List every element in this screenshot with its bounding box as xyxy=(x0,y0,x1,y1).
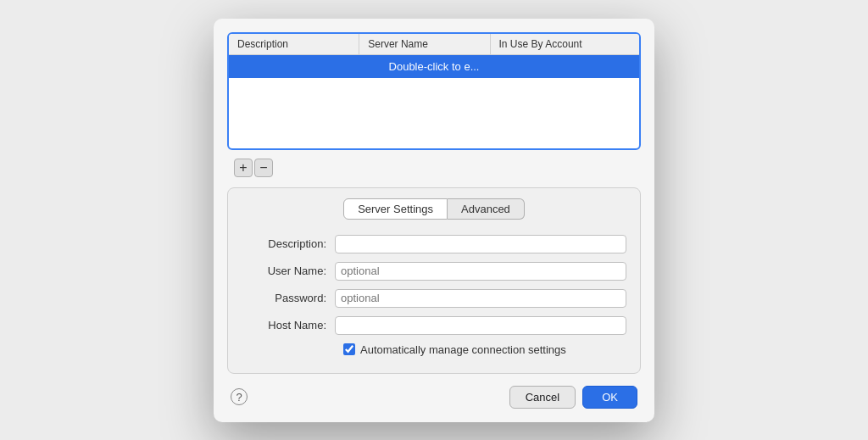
form-row-username: User Name: xyxy=(242,262,626,281)
col-header-server: Server Name xyxy=(359,34,490,54)
dialog: Description Server Name In Use By Accoun… xyxy=(214,19,654,422)
dialog-footer: ? Cancel OK xyxy=(227,386,641,409)
table-body[interactable]: Double-click to e... xyxy=(229,55,639,148)
server-table[interactable]: Description Server Name In Use By Accoun… xyxy=(227,32,641,150)
tab-server-settings[interactable]: Server Settings xyxy=(343,198,448,220)
remove-server-button[interactable]: − xyxy=(254,159,273,177)
help-button[interactable]: ? xyxy=(231,388,248,405)
table-row-selected[interactable]: Double-click to e... xyxy=(229,55,639,78)
toolbar: + − xyxy=(227,159,641,177)
auto-manage-row: Automatically manage connection settings xyxy=(242,343,626,356)
hostname-label: Host Name: xyxy=(242,319,335,331)
password-label: Password: xyxy=(242,292,335,304)
settings-panel: Server Settings Advanced Description: Us… xyxy=(227,187,641,374)
username-input[interactable] xyxy=(335,262,626,281)
table-header: Description Server Name In Use By Accoun… xyxy=(229,34,639,55)
footer-buttons: Cancel OK xyxy=(509,386,637,409)
auto-manage-checkbox[interactable] xyxy=(343,343,355,355)
password-input[interactable] xyxy=(335,289,626,308)
description-input[interactable] xyxy=(335,235,626,253)
form-row-description: Description: xyxy=(242,235,626,253)
auto-manage-label: Automatically manage connection settings xyxy=(360,343,566,356)
tab-advanced[interactable]: Advanced xyxy=(448,198,525,220)
hostname-input[interactable] xyxy=(335,316,626,335)
ok-button[interactable]: OK xyxy=(582,386,637,409)
description-label: Description: xyxy=(242,237,335,250)
col-header-description: Description xyxy=(229,34,359,54)
form-row-password: Password: xyxy=(242,289,626,308)
form-row-hostname: Host Name: xyxy=(242,316,626,335)
username-label: User Name: xyxy=(242,265,335,277)
cancel-button[interactable]: Cancel xyxy=(509,386,576,409)
tab-bar: Server Settings Advanced xyxy=(242,198,626,220)
col-header-account: In Use By Account xyxy=(491,34,639,54)
add-server-button[interactable]: + xyxy=(234,159,253,177)
